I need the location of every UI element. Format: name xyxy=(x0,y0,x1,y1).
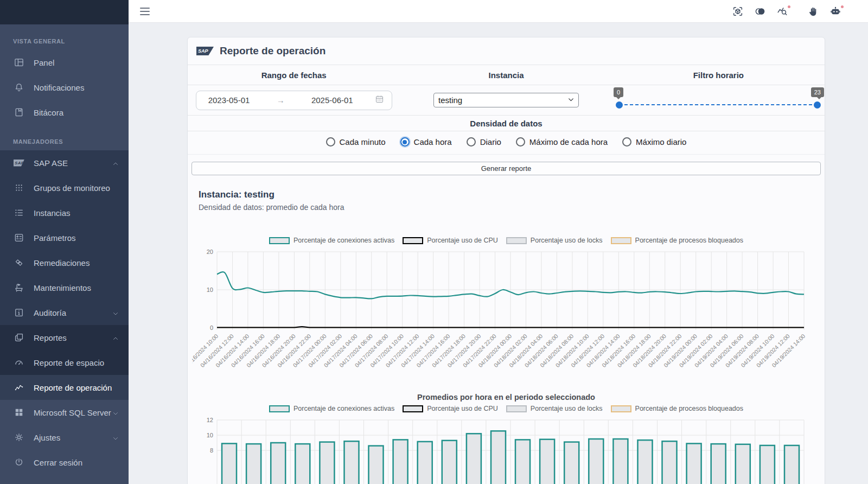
sidebar-item-label: Notificaciones xyxy=(34,83,119,92)
sidebar-item-auditoria[interactable]: Auditoría xyxy=(0,300,129,325)
calendar-icon[interactable] xyxy=(375,94,384,106)
legend-item-porcentaje-de-conexiones-activas[interactable]: Porcentaje de conexiones activas xyxy=(269,237,394,244)
panel-icon xyxy=(14,57,24,68)
slider-track[interactable] xyxy=(619,104,818,105)
slider-handle-min[interactable] xyxy=(616,101,623,109)
report-card: SAP Reporte de operación Rango de fechas… xyxy=(187,37,825,484)
chevron-down-icon xyxy=(567,95,575,105)
legend-item-porcentaje-uso-de-cpu[interactable]: Porcentaje uso de CPU xyxy=(403,405,498,412)
legend-swatch xyxy=(506,405,527,412)
chevron-down-icon xyxy=(112,434,119,441)
sidebar-item-label: Microsoft SQL Server xyxy=(34,408,112,417)
legend-item-porcentaje-de-procesos-bloqueados[interactable]: Porcentaje de procesos bloqueados xyxy=(611,237,743,244)
slider-min-tooltip: 0 xyxy=(614,87,623,97)
notification-badge xyxy=(841,5,844,8)
bell-icon xyxy=(14,82,24,93)
radio-label: Cada minuto xyxy=(340,137,386,147)
sidebar-group-expanded: SAPSAP ASEGrupos de monitoreoInstanciasP… xyxy=(0,150,129,325)
sidebar-item-notificaciones[interactable]: Notificaciones xyxy=(0,75,129,100)
bar-chart-title: Promedios por hora en el periodo selecci… xyxy=(188,393,825,402)
radio-icon[interactable] xyxy=(467,137,476,147)
density-option-cada-minuto[interactable]: Cada minuto xyxy=(326,137,386,147)
generate-row: Generar reporte xyxy=(188,155,825,182)
sidebar-item-label: Reporte de espacio xyxy=(34,358,119,367)
bar-chart-canvas: 12108 xyxy=(192,416,810,484)
hour-filter-label: Filtro horario xyxy=(612,65,825,85)
legend-item-porcentaje-uso-de-locks[interactable]: Porcentaje uso de locks xyxy=(506,237,603,244)
svg-text:12: 12 xyxy=(207,417,213,423)
density-option-diario[interactable]: Diario xyxy=(467,137,501,147)
density-option-maximo-de-cada-hora[interactable]: Máximo de cada hora xyxy=(516,137,608,147)
notification-badge xyxy=(788,5,790,8)
sidebar-item-label: Mantenimientos xyxy=(34,283,119,292)
line-chart: 0102004/16/2024 10:0004/16/2024 12:0004/… xyxy=(192,245,820,387)
card-header: SAP Reporte de operación xyxy=(188,37,825,65)
legend-item-porcentaje-uso-de-locks[interactable]: Porcentaje uso de locks xyxy=(506,405,603,412)
sap-logo-icon: SAP xyxy=(196,47,214,55)
sidebar-item-microsoft-sql-server[interactable]: Microsoft SQL Server xyxy=(0,400,129,425)
bar-chart-legend: Porcentaje de conexiones activasPorcenta… xyxy=(188,405,825,412)
radio-icon[interactable] xyxy=(516,137,525,147)
sidebar-group-base: VISTA GENERALPanelNotificacionesBitácora… xyxy=(0,24,129,150)
radio-icon[interactable] xyxy=(326,137,335,147)
legend-label: Porcentaje de conexiones activas xyxy=(293,405,394,412)
sidebar-item-reporte-de-espacio[interactable]: Reporte de espacio xyxy=(0,350,129,375)
radio-label: Máximo diario xyxy=(636,137,686,147)
sidebar-item-panel[interactable]: Panel xyxy=(0,50,129,75)
topbar-icons xyxy=(731,5,842,18)
date-end-value[interactable]: 2025-06-01 xyxy=(311,95,353,105)
sidebar-item-label: Ajustes xyxy=(34,433,112,442)
slider-handle-max[interactable] xyxy=(814,101,821,109)
analytics-search-icon[interactable] xyxy=(776,5,789,18)
legend-item-porcentaje-uso-de-cpu[interactable]: Porcentaje uso de CPU xyxy=(403,237,498,244)
sidebar-item-mantenimientos[interactable]: Mantenimientos xyxy=(0,275,129,300)
date-range-arrow-icon: → xyxy=(250,95,311,105)
activity-icon xyxy=(14,382,24,393)
hand-icon[interactable] xyxy=(807,5,820,18)
sidebar-section-label: MANEJADORES xyxy=(0,125,129,150)
legend-item-porcentaje-de-procesos-bloqueados[interactable]: Porcentaje de procesos bloqueados xyxy=(611,405,743,412)
radio-label: Diario xyxy=(480,137,501,147)
sidebar-item-instancias[interactable]: Instancias xyxy=(0,200,129,225)
topbar xyxy=(129,0,868,23)
sidebar-item-label: Grupos de monitoreo xyxy=(34,183,119,193)
density-options: Cada minutoCada horaDiarioMáximo de cada… xyxy=(188,131,825,155)
hour-range-slider[interactable]: 0 23 xyxy=(616,86,821,114)
generate-report-button[interactable]: Generar reporte xyxy=(192,162,821,175)
legend-swatch xyxy=(403,237,423,244)
sidebar-group-base: Microsoft SQL ServerAjustesCerrar sesión xyxy=(0,400,129,475)
numbered-list-icon xyxy=(14,207,24,218)
density-option-maximo-diario[interactable]: Máximo diario xyxy=(622,137,686,147)
radio-icon[interactable] xyxy=(622,137,631,147)
contrast-icon[interactable] xyxy=(754,5,767,18)
sidebar-item-sap-ase[interactable]: SAPSAP ASE xyxy=(0,150,129,175)
sidebar-item-parametros[interactable]: Parámetros xyxy=(0,225,129,250)
legend-label: Porcentaje de procesos bloqueados xyxy=(635,237,743,244)
density-option-cada-hora[interactable]: Cada hora xyxy=(400,137,452,147)
date-range-input[interactable]: 2023-05-01 → 2025-06-01 xyxy=(196,91,392,110)
legend-label: Porcentaje de procesos bloqueados xyxy=(635,405,743,412)
sidebar-item-cerrar-sesion[interactable]: Cerrar sesión xyxy=(0,450,129,475)
robot-icon[interactable] xyxy=(829,5,842,18)
radio-selected-icon[interactable] xyxy=(400,137,410,147)
date-start-value[interactable]: 2023-05-01 xyxy=(208,95,250,105)
instance-select-value: testing xyxy=(438,95,462,105)
sidebar-item-reportes[interactable]: Reportes xyxy=(0,325,129,350)
maintenance-icon xyxy=(14,282,24,293)
legend-swatch xyxy=(506,237,527,244)
sidebar-item-grupos-de-monitoreo[interactable]: Grupos de monitoreo xyxy=(0,175,129,200)
legend-item-porcentaje-de-conexiones-activas[interactable]: Porcentaje de conexiones activas xyxy=(269,405,394,412)
sidebar-item-remediaciones[interactable]: Remediaciones xyxy=(0,250,129,275)
layers-icon xyxy=(14,332,24,343)
sidebar-section-label: VISTA GENERAL xyxy=(0,24,129,50)
sidebar-item-reporte-de-operacion[interactable]: Reporte de operación xyxy=(0,375,129,400)
instance-select[interactable]: testing xyxy=(433,93,579,107)
menu-toggle-button[interactable] xyxy=(140,8,150,15)
sidebar-item-bitacora[interactable]: Bitácora xyxy=(0,100,129,125)
legend-label: Porcentaje uso de locks xyxy=(531,237,603,244)
cube-scan-icon[interactable] xyxy=(731,5,744,18)
sidebar-item-ajustes[interactable]: Ajustes xyxy=(0,425,129,450)
filter-inputs-row: 2023-05-01 → 2025-06-01 testing xyxy=(188,85,825,116)
slider-max-tooltip: 23 xyxy=(811,87,824,97)
sidebar-item-label: Cerrar sesión xyxy=(34,458,119,467)
